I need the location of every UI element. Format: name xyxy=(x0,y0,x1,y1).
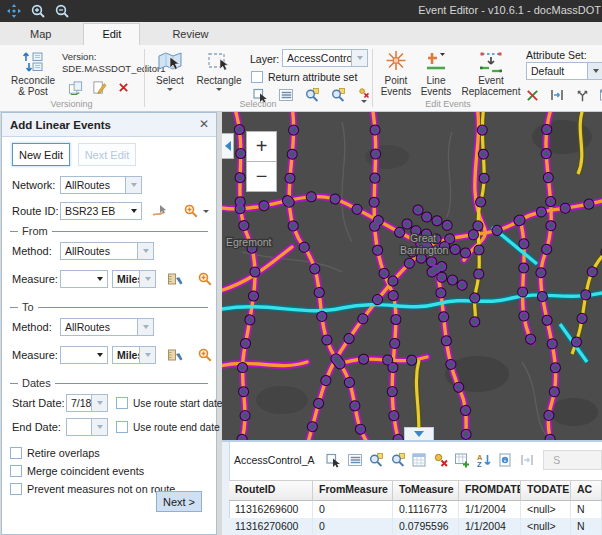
network-combo[interactable]: AllRoutes xyxy=(60,176,142,194)
column-tomeasure[interactable]: ToMeasure xyxy=(393,480,459,501)
chevron-down-icon xyxy=(414,431,424,437)
new-version-button[interactable] xyxy=(90,78,108,96)
to-measure-combo[interactable] xyxy=(60,346,108,364)
from-method-combo-arrow[interactable] xyxy=(137,243,153,259)
from-unit-combo[interactable]: Miles xyxy=(112,270,156,288)
table-row[interactable]: 11316269600 0 0.1116773 1/1/2004 <null> … xyxy=(229,501,602,518)
from-method-combo[interactable]: AllRoutes xyxy=(60,242,154,260)
event-replacement-button[interactable]: Event Replacement xyxy=(459,49,523,97)
save-button-partial[interactable]: S xyxy=(543,450,602,470)
use-route-start-date-checkbox[interactable] xyxy=(116,397,128,409)
collapse-panel-arrow[interactable] xyxy=(222,133,234,159)
end-date-combo[interactable] xyxy=(66,418,108,436)
measure-event-tool[interactable] xyxy=(548,86,566,104)
table-sort-tool[interactable] xyxy=(473,450,494,470)
column-frommeasure[interactable]: FromMeasure xyxy=(313,480,393,501)
point-events-button[interactable]: Point Events xyxy=(377,49,415,97)
to-measure-label: Measure: xyxy=(12,349,60,361)
to-method-combo-arrow[interactable] xyxy=(137,319,153,335)
from-method-label: Method: xyxy=(12,245,60,257)
attribute-set-combo[interactable]: Default xyxy=(526,62,602,80)
select-button[interactable]: Select xyxy=(149,49,191,91)
layer-combo[interactable]: AccessControl_A xyxy=(282,49,368,67)
column-todate[interactable]: TODATE xyxy=(521,480,571,501)
group-label-edit-events: Edit Events xyxy=(373,99,523,109)
table-clear-selection-tool[interactable] xyxy=(430,450,451,470)
refresh-version-button[interactable] xyxy=(66,78,84,96)
to-unit-combo[interactable]: Miles xyxy=(112,346,156,364)
to-unit-combo-arrow[interactable] xyxy=(139,347,155,363)
reconcile-post-button[interactable]: Reconcile & Post xyxy=(6,49,60,97)
column-ac[interactable]: AC xyxy=(571,480,602,501)
from-measure-pick-tool[interactable] xyxy=(166,270,184,288)
close-icon[interactable]: ✕ xyxy=(199,117,209,131)
map-viewport[interactable]: .case-o{stroke:#ae13c4;stroke-width:7;fi… xyxy=(222,112,602,440)
table-select-tool[interactable] xyxy=(323,450,344,470)
next-edit-button[interactable]: Next Edit xyxy=(78,143,136,166)
zoom-out-icon[interactable] xyxy=(52,2,72,20)
table-layer-tab[interactable]: AccessControl_A xyxy=(230,454,323,466)
to-zoom-tool[interactable] xyxy=(196,346,214,364)
collapse-table-arrow[interactable] xyxy=(404,427,434,440)
table-list-tool[interactable] xyxy=(344,450,365,470)
prevent-measures-checkbox[interactable] xyxy=(10,483,22,495)
to-method-combo[interactable]: AllRoutes xyxy=(60,318,154,336)
rectangle-dropdown-arrow[interactable] xyxy=(216,88,222,91)
table-add-record-tool[interactable] xyxy=(451,450,472,470)
route-id-combo-arrow[interactable] xyxy=(126,203,141,219)
column-routeid[interactable]: RouteID xyxy=(229,480,313,501)
retire-overlaps-checkbox[interactable] xyxy=(10,447,22,459)
end-date-combo-arrow[interactable] xyxy=(91,419,107,435)
table-measure-tool[interactable] xyxy=(516,450,537,470)
from-zoom-tool[interactable] xyxy=(196,270,214,288)
map-canvas[interactable]: .case-o{stroke:#ae13c4;stroke-width:7;fi… xyxy=(222,112,602,440)
delete-version-button[interactable] xyxy=(114,78,132,96)
split-event-tool[interactable] xyxy=(573,86,591,104)
next-button[interactable]: Next > xyxy=(156,491,202,512)
line-events-button[interactable]: Line Events xyxy=(417,49,455,97)
table-zoom-selected-tool[interactable] xyxy=(365,450,386,470)
ribbon-tabs: Map Edit Review xyxy=(0,22,602,46)
zoom-to-route-dropdown-arrow[interactable] xyxy=(203,210,209,213)
route-id-combo[interactable]: BSR23 EB xyxy=(60,202,142,220)
zoom-to-route-tool[interactable] xyxy=(182,202,200,220)
column-fromdate[interactable]: FROMDATE xyxy=(459,480,521,501)
tab-review[interactable]: Review xyxy=(154,24,226,45)
table-calculate-tool[interactable] xyxy=(408,450,429,470)
table-toolbar: AccessControl_A S xyxy=(230,442,602,478)
event-panel-tool[interactable] xyxy=(598,86,602,104)
table-info-tool[interactable] xyxy=(494,450,515,470)
new-edit-button[interactable]: New Edit xyxy=(12,143,70,166)
use-route-end-date-label: Use route end date xyxy=(133,422,220,433)
table-pan-selected-tool[interactable] xyxy=(387,450,408,470)
layer-combo-arrow[interactable] xyxy=(351,50,367,66)
from-unit-combo-arrow[interactable] xyxy=(139,271,155,287)
from-section-divider: From xyxy=(10,225,208,237)
merge-coincident-events-checkbox[interactable] xyxy=(10,465,22,477)
map-zoom-in-button[interactable]: + xyxy=(246,131,277,162)
pick-route-on-map-tool[interactable] xyxy=(150,202,168,220)
tab-map[interactable]: Map xyxy=(12,24,69,45)
pan-icon[interactable] xyxy=(4,2,24,20)
event-editor-window: Event Editor - v10.6.1 - docMassDOT Map … xyxy=(0,0,602,535)
from-measure-combo-arrow[interactable] xyxy=(92,271,107,287)
table-row[interactable]: 11316270600 0 0.0795596 1/1/2004 <null> … xyxy=(229,518,602,535)
map-zoom-out-button[interactable]: − xyxy=(246,161,277,192)
network-combo-arrow[interactable] xyxy=(125,177,141,193)
use-route-end-date-checkbox[interactable] xyxy=(116,421,128,433)
return-attribute-set-label: Return attribute set xyxy=(268,71,357,83)
tab-edit[interactable]: Edit xyxy=(83,23,140,46)
to-measure-combo-arrow[interactable] xyxy=(92,347,107,363)
delete-event-tool[interactable] xyxy=(523,86,541,104)
start-date-combo[interactable]: 7/18/ xyxy=(66,394,108,412)
group-selection: Select Rectangle Layer: AccessControl_A … xyxy=(145,45,371,110)
from-measure-combo[interactable] xyxy=(60,270,108,288)
zoom-in-icon[interactable] xyxy=(28,2,48,20)
rectangle-button[interactable]: Rectangle xyxy=(193,49,245,91)
start-date-combo-arrow[interactable] xyxy=(91,395,107,411)
line-events-icon xyxy=(423,49,449,75)
return-attribute-set-checkbox[interactable] xyxy=(251,71,263,83)
attribute-set-combo-arrow[interactable] xyxy=(587,63,602,79)
select-dropdown-arrow[interactable] xyxy=(167,88,173,91)
to-measure-pick-tool[interactable] xyxy=(166,346,184,364)
